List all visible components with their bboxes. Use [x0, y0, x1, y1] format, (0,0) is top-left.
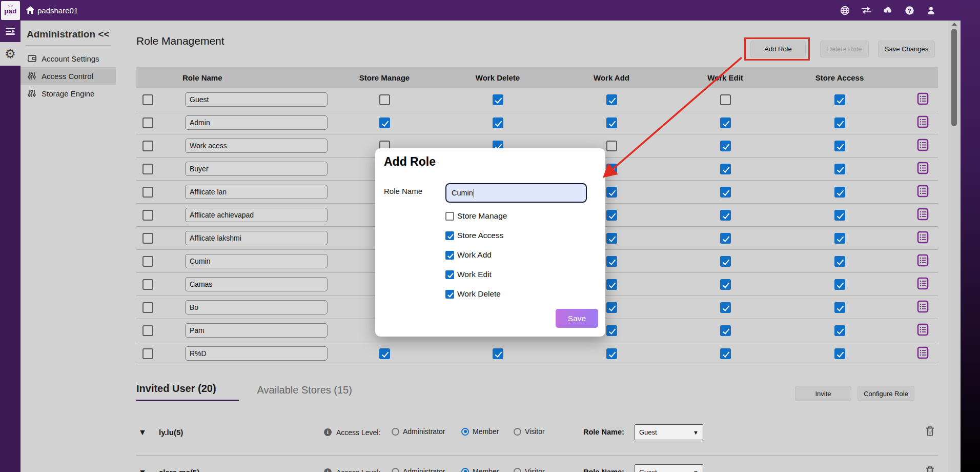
- role-name-field[interactable]: [185, 92, 328, 107]
- work-edit-checkbox[interactable]: [720, 279, 731, 290]
- store-access-checkbox[interactable]: [834, 141, 845, 151]
- work-edit-checkbox[interactable]: [720, 94, 731, 105]
- role-select-dropdown[interactable]: Guest▼: [635, 424, 703, 440]
- modal-permission-checkbox[interactable]: [445, 231, 454, 240]
- account-icon[interactable]: [926, 5, 936, 15]
- role-details-icon[interactable]: [917, 185, 929, 200]
- help-icon[interactable]: ?: [904, 5, 914, 15]
- work-edit-checkbox[interactable]: [720, 348, 731, 359]
- tab-available-stores[interactable]: Available Stores (15): [257, 381, 362, 401]
- work-edit-checkbox[interactable]: [720, 302, 731, 313]
- role-name-input[interactable]: Cumin: [445, 183, 587, 203]
- scrollbar-thumb[interactable]: [951, 29, 957, 126]
- transfer-icon[interactable]: [861, 5, 871, 15]
- role-details-icon[interactable]: [917, 231, 929, 246]
- add-role-button[interactable]: Add Role: [750, 41, 806, 57]
- store-access-checkbox[interactable]: [834, 302, 845, 313]
- radio-administrator[interactable]: Administrator: [392, 427, 445, 436]
- save-changes-button[interactable]: Save Changes: [878, 41, 935, 57]
- work-delete-checkbox[interactable]: [493, 348, 503, 359]
- delete-role-button[interactable]: Delete Role: [820, 41, 869, 57]
- store-access-checkbox[interactable]: [834, 94, 845, 105]
- row-select-checkbox[interactable]: [142, 187, 153, 198]
- radio-administrator[interactable]: Administrator: [392, 467, 445, 472]
- role-name-field[interactable]: [185, 162, 328, 176]
- row-select-checkbox[interactable]: [142, 141, 153, 151]
- store-access-checkbox[interactable]: [834, 233, 845, 244]
- role-details-icon[interactable]: [917, 254, 929, 269]
- role-details-icon[interactable]: [917, 323, 929, 338]
- work-add-checkbox[interactable]: [606, 279, 617, 290]
- vertical-scrollbar[interactable]: [948, 21, 961, 472]
- cloud-sync-icon[interactable]: [883, 5, 893, 15]
- role-select-dropdown[interactable]: Guest▼: [635, 464, 703, 472]
- settings-rail-button[interactable]: ⚙: [0, 42, 21, 66]
- row-select-checkbox[interactable]: [142, 94, 153, 105]
- sidebar-item-storage-engine[interactable]: Storage Engine: [21, 85, 116, 102]
- trash-icon[interactable]: [926, 466, 934, 472]
- work-edit-checkbox[interactable]: [720, 141, 731, 151]
- role-name-field[interactable]: [185, 254, 328, 268]
- work-add-checkbox[interactable]: [606, 233, 617, 244]
- role-name-field[interactable]: [185, 300, 328, 314]
- work-add-checkbox[interactable]: [606, 94, 617, 105]
- work-add-checkbox[interactable]: [606, 348, 617, 359]
- row-select-checkbox[interactable]: [142, 279, 153, 290]
- work-delete-checkbox[interactable]: [493, 94, 503, 105]
- role-details-icon[interactable]: [917, 139, 929, 153]
- expander-triangle-icon[interactable]: ▼: [138, 468, 147, 472]
- radio-member[interactable]: Member: [461, 467, 499, 472]
- store-access-checkbox[interactable]: [834, 164, 845, 174]
- store-access-checkbox[interactable]: [834, 348, 845, 359]
- sidebar-item-account-settings[interactable]: Account Settings: [21, 50, 116, 67]
- radio-visitor[interactable]: Visitor: [514, 427, 545, 436]
- work-add-checkbox[interactable]: [606, 187, 617, 198]
- work-add-checkbox[interactable]: [606, 302, 617, 313]
- store-access-checkbox[interactable]: [834, 325, 845, 336]
- role-name-field[interactable]: [185, 346, 328, 361]
- tab-invited-user[interactable]: Invited User (20): [136, 380, 239, 401]
- row-select-checkbox[interactable]: [142, 117, 153, 128]
- role-name-field[interactable]: [185, 231, 328, 245]
- role-details-icon[interactable]: [917, 277, 929, 292]
- work-add-checkbox[interactable]: [606, 164, 617, 174]
- work-delete-checkbox[interactable]: [493, 117, 503, 128]
- role-details-icon[interactable]: [917, 300, 929, 315]
- role-details-icon[interactable]: [917, 162, 929, 176]
- row-select-checkbox[interactable]: [142, 348, 153, 359]
- role-name-field[interactable]: [185, 323, 328, 338]
- work-edit-checkbox[interactable]: [720, 256, 731, 267]
- store-access-checkbox[interactable]: [834, 279, 845, 290]
- work-add-checkbox[interactable]: [606, 141, 617, 151]
- row-select-checkbox[interactable]: [142, 210, 153, 221]
- store-access-checkbox[interactable]: [834, 210, 845, 221]
- role-details-icon[interactable]: [917, 92, 929, 107]
- radio-member[interactable]: Member: [461, 427, 499, 436]
- store-manage-checkbox[interactable]: [379, 348, 390, 359]
- role-name-field[interactable]: [185, 185, 328, 199]
- row-select-checkbox[interactable]: [142, 302, 153, 313]
- work-edit-checkbox[interactable]: [720, 117, 731, 128]
- store-access-checkbox[interactable]: [834, 256, 845, 267]
- role-name-field[interactable]: [185, 115, 328, 130]
- work-edit-checkbox[interactable]: [720, 210, 731, 221]
- scrollbar-up-arrow[interactable]: [952, 23, 957, 26]
- role-name-field[interactable]: [185, 208, 328, 222]
- work-add-checkbox[interactable]: [606, 325, 617, 336]
- modal-save-button[interactable]: Save: [556, 309, 598, 328]
- work-edit-checkbox[interactable]: [720, 325, 731, 336]
- role-name-field[interactable]: [185, 139, 328, 153]
- configure-role-button[interactable]: Configure Role: [858, 386, 914, 401]
- work-add-checkbox[interactable]: [606, 210, 617, 221]
- store-access-checkbox[interactable]: [834, 187, 845, 198]
- role-details-icon[interactable]: [917, 208, 929, 223]
- role-name-field[interactable]: [185, 277, 328, 291]
- work-edit-checkbox[interactable]: [720, 164, 731, 174]
- work-add-checkbox[interactable]: [606, 256, 617, 267]
- modal-permission-checkbox[interactable]: [445, 251, 454, 260]
- work-edit-checkbox[interactable]: [720, 233, 731, 244]
- sidebar-item-access-control[interactable]: Access Control: [21, 67, 116, 85]
- globe-icon[interactable]: [840, 5, 850, 15]
- trash-icon[interactable]: [926, 426, 934, 438]
- store-manage-checkbox[interactable]: [379, 94, 390, 105]
